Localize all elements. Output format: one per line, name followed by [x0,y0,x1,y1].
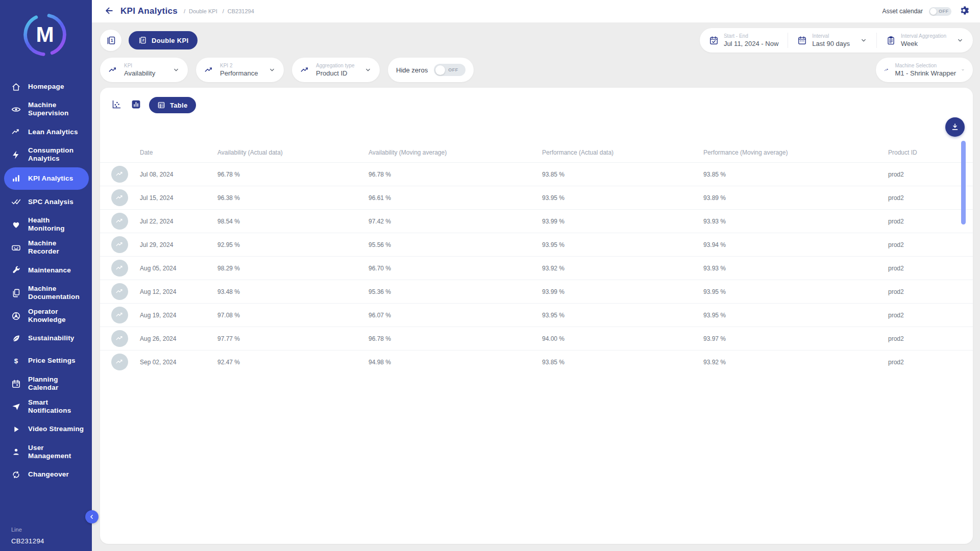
sidebar-collapse-button[interactable] [85,510,99,523]
table-view-button[interactable]: Table [149,97,196,113]
download-icon [950,122,960,132]
table-cell: 93.92 % [703,359,888,366]
asset-calendar-toggle[interactable]: OFF [929,7,951,16]
table-cell: prod2 [888,288,973,295]
row-avatar [111,213,128,230]
calendar-check-icon [709,36,719,45]
sidebar-item-label: Sustainability [28,334,75,342]
play-icon [11,424,21,434]
sidebar-item-homepage[interactable]: Homepage [0,76,92,98]
table-cell: 96.78 % [369,171,542,178]
interval-select[interactable]: Interval Last 90 days [788,33,876,48]
sidebar-footer: Line CB231294 [11,527,44,545]
line-chart-icon [115,334,124,343]
line-chart-icon [115,170,124,179]
chevron-down-icon [860,37,867,44]
line-chart-icon [115,287,124,296]
machine-selection-select[interactable]: Machine Selection M1 - Shrink Wrapper [876,58,973,82]
sidebar-item-operator-knowledge[interactable]: Operator Knowledge [0,305,92,328]
table-cell: Aug 05, 2024 [140,265,217,272]
sidebar-item-price-settings[interactable]: $Price Settings [0,350,92,372]
breadcrumb-item[interactable]: Double KPI [184,8,217,14]
sidebar-item-spc-analysis[interactable]: SPC Analysis [0,191,92,213]
table-row: Aug 05, 202498.29 %96.70 %93.92 %93.93 %… [100,256,973,280]
line-chart-icon [115,217,124,226]
table-cell: 95.56 % [369,241,542,248]
download-button[interactable] [945,117,965,137]
filter-select-kpi-2[interactable]: KPI 2Performance [196,58,284,82]
table-cell: Jul 22, 2024 [140,218,217,225]
single-kpi-button[interactable]: 1 [100,30,121,51]
sidebar-item-label: User Management [28,444,87,461]
table-row: Jul 08, 202496.78 %96.78 %93.85 %93.85 %… [100,162,973,186]
chevron-left-icon [88,513,95,520]
logo-letter: M [36,22,54,46]
sidebar-item-machine-recorder[interactable]: Machine Recorder [0,236,92,259]
home-icon [11,82,21,92]
table-header-cell [100,148,140,159]
sidebar-item-maintenance[interactable]: Maintenance [0,259,92,282]
topbar-right: Asset calendar OFF [883,5,970,17]
back-button[interactable] [103,5,115,17]
user-icon [11,447,21,457]
content: 1 2 Double KPI S [92,22,980,551]
chevron-down-icon [957,37,964,44]
sidebar-item-label: Operator Knowledge [28,308,87,324]
bar-view-button[interactable] [130,99,142,111]
interval-aggregation-select[interactable]: Interval Aggregation Week [876,33,973,48]
scatter-view-button[interactable] [110,99,122,111]
sidebar-item-user-management[interactable]: User Management [0,441,92,464]
trend-icon [11,127,21,137]
table-cell: prod2 [888,359,973,366]
table-cell: 96.78 % [369,335,542,342]
filter-label: Aggregation type [316,63,359,68]
chevron-down-icon [364,66,372,73]
filter-label: KPI 2 [220,63,263,68]
sidebar-item-video-streaming[interactable]: Video Streaming [0,418,92,441]
table-header-cell: Date [140,145,217,162]
sidebar-item-label: Machine Recorder [28,239,87,256]
double-kpi-button[interactable]: 2 Double KPI [129,31,198,49]
sidebar-item-smart-notifications[interactable]: Smart Notifications [0,395,92,418]
interval-value: Last 90 days [812,40,850,47]
table-header-cell: Performance (Actual data) [542,145,703,162]
svg-text:1: 1 [110,38,113,43]
hide-zeros-toggle[interactable]: OFF [434,64,465,76]
filter-select-kpi[interactable]: KPIAvailability [100,58,188,82]
line-chart-icon [884,65,889,75]
filter-label: KPI [124,63,167,68]
toggle-knob [435,65,445,75]
chevron-down-icon [268,66,276,73]
interval-label: Interval [812,33,850,39]
table-header-cell: Product ID [888,145,973,162]
svg-text:$: $ [14,357,18,365]
app: M HomepageMachine SupervisionLean Analyt… [0,0,980,551]
checks-icon [11,197,21,207]
sidebar-item-machine-supervision[interactable]: Machine Supervision [0,98,92,121]
sidebar-item-lean-analytics[interactable]: Lean Analytics [0,121,92,143]
table-cell: prod2 [888,194,973,202]
sidebar-item-machine-documentation[interactable]: Machine Documentation [0,282,92,305]
table-row: Aug 26, 202497.77 %96.78 %94.00 %93.97 %… [100,327,973,350]
interval-aggregation-label: Interval Aggregation [901,33,946,39]
sidebar-item-label: Machine Supervision [28,101,87,118]
sidebar-item-label: SPC Analysis [28,198,74,206]
table-scrollbar[interactable] [961,141,966,224]
sidebar-item-changeover[interactable]: Changeover [0,463,92,486]
sidebar-item-health-monitoring[interactable]: Health Monitoring [0,213,92,236]
calendar-icon [11,379,21,389]
line-chart-icon [115,193,124,202]
table-cell: 96.78 % [217,171,369,178]
sidebar-item-consumption-analytics[interactable]: Consumption Analytics [0,143,92,166]
line-chart-icon [115,264,124,272]
filter-select-aggregation-type[interactable]: Aggregation typeProduct ID [292,58,380,82]
table-cell: Jul 15, 2024 [140,194,217,202]
clipboard-icon [886,36,896,45]
sidebar-item-kpi-analytics[interactable]: KPI Analytics [4,167,89,190]
sidebar-item-planning-calendar[interactable]: Planning Calendar [0,372,92,395]
svg-text:2: 2 [142,38,144,42]
start-end-label: Start - End [724,33,778,39]
settings-button[interactable] [958,5,970,17]
start-end-field[interactable]: Start - End Jul 11, 2024 - Now [700,33,788,48]
sidebar-item-sustainability[interactable]: Sustainability [0,328,92,350]
